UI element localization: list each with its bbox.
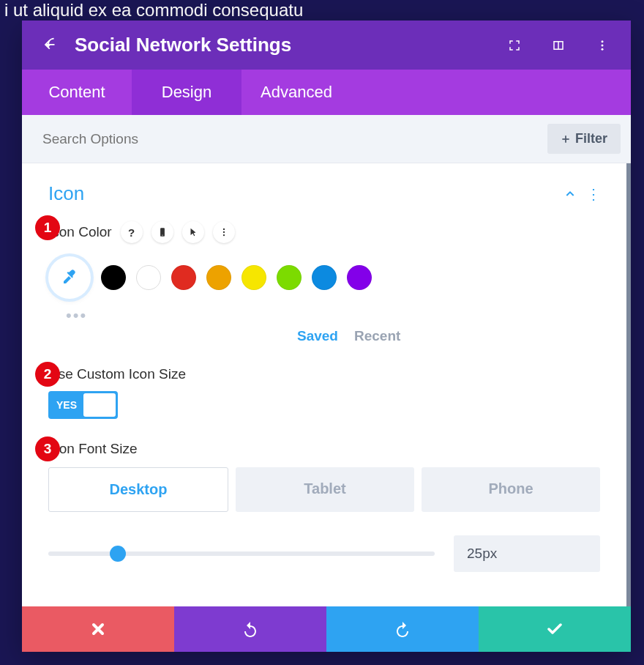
filter-label: Filter	[575, 131, 607, 146]
tab-content[interactable]: Content	[22, 70, 132, 115]
tab-bar: Content Design Advanced	[22, 70, 631, 115]
custom-size-label: Use Custom Icon Size	[48, 366, 600, 382]
swatch-red[interactable]	[171, 265, 196, 290]
section-header[interactable]: Icon ⋮	[48, 182, 600, 205]
annotation-badge-1: 1	[35, 215, 60, 240]
tab-design[interactable]: Design	[132, 70, 242, 115]
recent-tab[interactable]: Recent	[354, 328, 400, 344]
device-tab-tablet[interactable]: Tablet	[236, 467, 414, 512]
device-tabs: Desktop Tablet Phone	[48, 467, 600, 512]
phone-icon[interactable]	[151, 221, 173, 243]
swatch-green[interactable]	[277, 265, 302, 290]
eyedropper-button[interactable]	[48, 256, 91, 299]
fullscreen-icon[interactable]	[506, 37, 523, 53]
svg-point-6	[162, 235, 162, 236]
font-size-slider-row: 25px	[48, 535, 600, 572]
swatch-yellow[interactable]	[242, 265, 266, 290]
search-input[interactable]	[42, 131, 547, 147]
swatch-blue[interactable]	[312, 265, 337, 290]
svg-point-0	[602, 40, 604, 42]
section-title: Icon	[48, 182, 564, 205]
palette-more-icon[interactable]: •••	[66, 306, 600, 325]
panel-icon[interactable]	[550, 37, 566, 53]
device-tab-desktop[interactable]: Desktop	[48, 467, 228, 512]
section-more-icon[interactable]: ⋮	[586, 185, 600, 203]
undo-button[interactable]	[174, 606, 326, 652]
icon-color-section: 1 Icon Color ? •••	[48, 221, 600, 344]
cancel-button[interactable]	[22, 606, 174, 652]
search-bar: Filter	[22, 115, 631, 163]
font-size-slider[interactable]	[48, 551, 435, 556]
swatch-white[interactable]	[136, 265, 161, 290]
custom-size-section: 2 Use Custom Icon Size YES	[48, 366, 600, 419]
more-icon[interactable]	[594, 37, 610, 53]
svg-point-7	[222, 229, 224, 230]
svg-point-8	[222, 231, 224, 233]
chevron-up-icon[interactable]	[564, 188, 576, 200]
content-area: Icon ⋮ 1 Icon Color ?	[22, 163, 631, 606]
color-swatches	[48, 256, 600, 299]
swatch-orange[interactable]	[206, 265, 231, 290]
redo-button[interactable]	[326, 606, 479, 652]
toggle-yes-label: YES	[50, 399, 83, 411]
slider-thumb[interactable]	[110, 546, 126, 562]
confirm-button[interactable]	[479, 606, 631, 652]
font-size-label: Icon Font Size	[48, 441, 600, 457]
font-size-section: 3 Icon Font Size Desktop Tablet Phone 25…	[48, 441, 600, 572]
annotation-badge-3: 3	[35, 436, 60, 461]
settings-modal: Social Network Settings Content Design A…	[22, 21, 631, 652]
saved-tab[interactable]: Saved	[297, 328, 338, 344]
svg-point-2	[602, 48, 604, 50]
device-tab-phone[interactable]: Phone	[422, 467, 600, 512]
svg-point-1	[602, 44, 604, 46]
toggle-thumb	[83, 393, 116, 417]
swatch-black[interactable]	[101, 265, 126, 290]
swatch-purple[interactable]	[347, 265, 372, 290]
background-text: i ut aliquid ex ea commodi consequatu	[0, 0, 644, 21]
modal-footer	[22, 606, 631, 652]
back-icon[interactable]	[42, 36, 59, 55]
modal-title: Social Network Settings	[75, 34, 479, 56]
annotation-badge-2: 2	[35, 362, 60, 387]
filter-button[interactable]: Filter	[547, 124, 621, 154]
modal-header: Social Network Settings	[22, 21, 631, 70]
cursor-icon[interactable]	[182, 221, 204, 243]
font-size-value[interactable]: 25px	[454, 535, 600, 572]
option-more-icon[interactable]	[213, 221, 235, 243]
custom-size-toggle[interactable]: YES	[48, 391, 118, 419]
help-icon[interactable]: ?	[121, 221, 143, 243]
tab-advanced[interactable]: Advanced	[242, 70, 351, 115]
svg-point-9	[222, 234, 224, 236]
